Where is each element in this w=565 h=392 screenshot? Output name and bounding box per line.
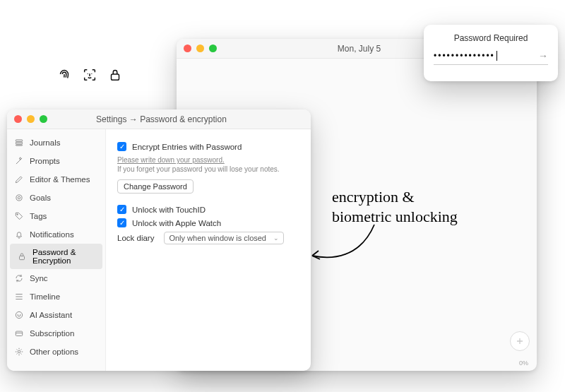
sidebar-item-timeline[interactable]: Timeline <box>7 287 105 306</box>
lock-diary-select[interactable]: Only when window is closed ⌄ <box>164 232 284 244</box>
traffic-lights[interactable] <box>184 44 217 52</box>
lock-diary-label: Lock diary <box>117 234 154 242</box>
stack-icon <box>14 138 24 148</box>
sidebar-item-password-encryption[interactable]: Password & Encryption <box>10 244 102 269</box>
lock-icon <box>107 67 123 85</box>
sidebar-item-notifications[interactable]: Notifications <box>7 225 105 244</box>
svg-point-4 <box>16 195 22 201</box>
svg-point-6 <box>17 214 18 215</box>
sidebar-item-goals[interactable]: Goals <box>7 189 105 207</box>
settings-title: Settings → Password & encryption <box>47 114 275 124</box>
password-input[interactable]: •••••••••••••• <box>434 51 533 61</box>
annotation-arrow <box>304 219 381 271</box>
traffic-lights[interactable] <box>14 115 47 123</box>
touchid-checkbox[interactable]: ✓ <box>117 205 126 214</box>
sidebar-item-editor-themes[interactable]: Editor & Themes <box>7 170 105 189</box>
close-dot[interactable] <box>184 44 191 52</box>
bell-icon <box>14 230 24 239</box>
zoom-level: 0% <box>519 360 528 367</box>
applewatch-label: Unlock with Apple Watch <box>132 219 221 227</box>
svg-rect-2 <box>16 142 22 143</box>
sidebar-item-label: Tags <box>30 212 47 220</box>
svg-rect-9 <box>16 331 22 335</box>
sidebar-item-label: Goals <box>30 194 51 202</box>
svg-point-8 <box>16 311 22 318</box>
gear-icon <box>14 347 24 357</box>
minimize-dot[interactable] <box>196 44 204 52</box>
sidebar-item-label: AI Assistant <box>30 311 72 319</box>
svg-point-5 <box>18 196 20 199</box>
card-icon <box>14 328 24 338</box>
applewatch-checkbox[interactable]: ✓ <box>117 218 126 227</box>
add-entry-button[interactable] <box>510 331 530 351</box>
change-password-button[interactable]: Change Password <box>117 179 194 194</box>
zoom-dot[interactable] <box>209 44 217 52</box>
svg-rect-1 <box>16 140 22 141</box>
wand-icon <box>14 156 24 166</box>
touchid-label: Unlock with TouchID <box>132 206 206 214</box>
timeline-icon <box>14 292 24 302</box>
sidebar-item-ai-assistant[interactable]: AI Assistant <box>7 306 105 324</box>
settings-window: Settings → Password & encryption Journal… <box>7 109 311 371</box>
chevron-down-icon: ⌄ <box>273 234 279 242</box>
ai-icon <box>14 310 24 320</box>
tag-icon <box>14 211 24 221</box>
password-warning: Please write down your password. If you … <box>117 155 299 174</box>
pencil-icon <box>14 174 24 184</box>
sidebar-item-other-options[interactable]: Other options <box>7 343 105 361</box>
sidebar-item-journals[interactable]: Journals <box>7 133 105 152</box>
svg-point-10 <box>18 350 20 353</box>
svg-rect-7 <box>20 256 25 259</box>
sidebar-item-label: Prompts <box>30 157 60 165</box>
sidebar-item-label: Other options <box>30 348 78 356</box>
settings-sidebar: JournalsPromptsEditor & ThemesGoalsTagsN… <box>7 129 106 371</box>
sidebar-item-label: Password & Encryption <box>32 248 95 265</box>
minimize-dot[interactable] <box>27 115 35 123</box>
close-dot[interactable] <box>14 115 22 123</box>
settings-pane: ✓ Encrypt Entries with Password Please w… <box>106 129 311 371</box>
lock-icon <box>17 251 27 261</box>
password-title: Password Required <box>434 33 548 43</box>
svg-rect-0 <box>112 74 119 80</box>
submit-arrow-icon[interactable]: → <box>538 50 548 61</box>
settings-titlebar: Settings → Password & encryption <box>7 109 311 129</box>
sidebar-item-label: Timeline <box>30 292 60 301</box>
sidebar-item-prompts[interactable]: Prompts <box>7 152 105 170</box>
fingerprint-icon <box>56 67 72 85</box>
encrypt-label: Encrypt Entries with Password <box>132 143 242 151</box>
faceid-icon <box>82 67 97 85</box>
sync-icon <box>14 273 24 283</box>
sidebar-item-sync[interactable]: Sync <box>7 269 105 287</box>
svg-rect-3 <box>16 145 22 145</box>
target-icon <box>14 193 24 203</box>
sidebar-item-label: Editor & Themes <box>30 175 90 184</box>
sidebar-item-label: Subscription <box>30 329 74 338</box>
sidebar-item-subscription[interactable]: Subscription <box>7 324 105 343</box>
sidebar-item-label: Journals <box>30 138 60 147</box>
zoom-dot[interactable] <box>40 115 47 123</box>
encrypt-checkbox[interactable]: ✓ <box>117 142 126 151</box>
password-popover: Password Required •••••••••••••• → <box>424 25 558 81</box>
sidebar-item-tags[interactable]: Tags <box>7 207 105 225</box>
sidebar-item-label: Notifications <box>30 230 74 239</box>
sidebar-item-label: Sync <box>30 274 48 283</box>
